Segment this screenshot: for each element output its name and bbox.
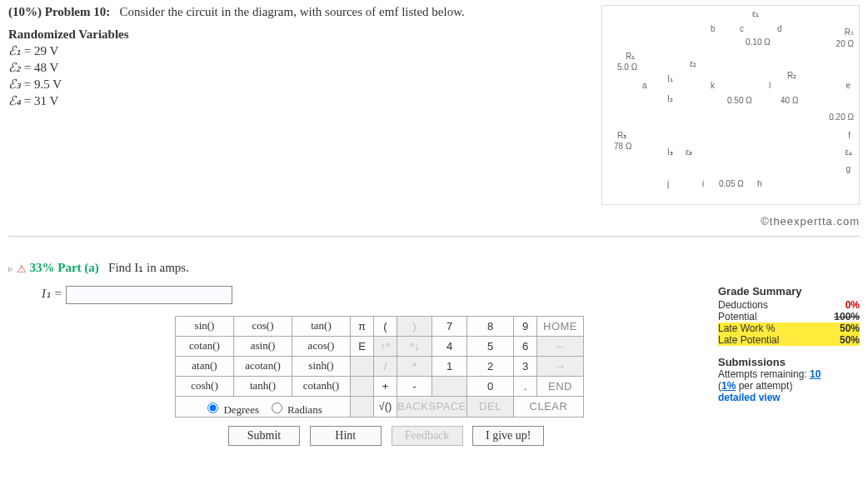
attempts-label: Attempts remaining: (718, 368, 807, 380)
key-del[interactable]: DEL (467, 396, 514, 417)
answer-label: I₁ = (42, 287, 62, 300)
sym-lparen[interactable]: ( (374, 316, 397, 336)
grade-summary-title: Grade Summary (718, 285, 860, 298)
fn-sin[interactable]: sin() (176, 316, 234, 336)
fn-cos[interactable]: cos() (234, 316, 292, 336)
answer-input[interactable] (66, 286, 232, 304)
radians-radio[interactable]: Radians (267, 403, 322, 416)
detailed-view-link[interactable]: detailed view (718, 392, 860, 403)
deductions-value: 0% (846, 299, 860, 311)
var-line: ℰ₁ = 29 V (8, 43, 585, 58)
var-value: = 48 V (24, 61, 59, 74)
lbl-r5v: 20 Ω (836, 39, 854, 48)
num-4[interactable]: 4 (432, 336, 467, 356)
key-sqrt[interactable]: √() (374, 396, 397, 417)
deductions-row: Deductions 0% (718, 299, 860, 311)
lbl-e: e (846, 81, 851, 90)
key-backspace[interactable]: BACKSPACE (397, 396, 467, 417)
sym-pi[interactable]: π (351, 316, 374, 336)
fn-cosh[interactable]: cosh() (176, 376, 234, 396)
sym-div[interactable]: / (374, 356, 397, 376)
var-symbol: ℰ₄ (8, 94, 21, 108)
lbl-e3: ε₃ (686, 148, 692, 157)
per-attempt-row: (1% per attempt) (718, 380, 860, 392)
lbl-a: a (642, 81, 647, 90)
sym-mul[interactable]: * (397, 356, 432, 376)
num-9[interactable]: 9 (514, 316, 537, 336)
var-line: ℰ₂ = 48 V (8, 60, 585, 75)
lbl-d: d (777, 24, 782, 33)
giveup-button[interactable]: I give up! (472, 426, 544, 446)
potential-row: Potential 100% (718, 311, 860, 322)
deductions-label: Deductions (718, 299, 768, 311)
sym-blank1 (351, 356, 374, 376)
lbl-c: c (740, 24, 744, 33)
fn-tanh[interactable]: tanh() (234, 376, 292, 396)
fn-cotanh[interactable]: cotanh() (292, 376, 351, 396)
var-line: ℰ₄ = 31 V (8, 93, 585, 108)
lbl-I3: I₃ (667, 148, 673, 157)
lbl-k: k (711, 81, 715, 90)
latepot-value: 50% (840, 334, 860, 346)
sym-plus[interactable]: + (374, 376, 397, 396)
part-section: ▹ ⚠ 33% Part (a) Find I₁ in amps. I₁ = G… (8, 260, 860, 446)
lbl-ri4v: 0.20 Ω (829, 112, 854, 122)
problem-prompt: Consider the circuit in the diagram, wit… (119, 5, 464, 18)
potential-label: Potential (718, 311, 757, 322)
num-8[interactable]: 8 (467, 316, 514, 336)
num-dot[interactable]: . (514, 376, 537, 396)
num-3[interactable]: 3 (514, 356, 537, 376)
key-right[interactable]: → (537, 356, 584, 376)
part-header: ▹ ⚠ 33% Part (a) Find I₁ in amps. (8, 260, 860, 276)
key-left[interactable]: ← (537, 336, 584, 356)
sym-minus[interactable]: - (397, 376, 432, 396)
submit-button[interactable]: Submit (228, 426, 300, 446)
lbl-r1v: 5.0 Ω (617, 62, 637, 72)
fn-cotan[interactable]: cotan() (176, 336, 234, 356)
problem-weight: (10%) (8, 5, 42, 18)
fn-sinh[interactable]: sinh() (292, 356, 351, 376)
fn-tan[interactable]: tan() (292, 316, 351, 336)
submissions-title: Submissions (718, 356, 860, 368)
lbl-g: g (846, 164, 851, 173)
var-value: = 31 V (24, 94, 59, 108)
num-7[interactable]: 7 (432, 316, 467, 336)
sym-supup[interactable]: ↑^ (374, 336, 397, 356)
sym-supdn[interactable]: ^↓ (397, 336, 432, 356)
var-value: = 29 V (24, 44, 59, 58)
degrees-radio[interactable]: Degrees (203, 403, 259, 416)
var-symbol: ℰ₃ (8, 78, 21, 91)
key-home[interactable]: HOME (537, 316, 584, 336)
fn-atan[interactable]: atan() (176, 356, 234, 376)
expand-icon[interactable]: ▹ (8, 263, 13, 274)
lbl-h: h (757, 179, 762, 188)
problem-title-line: (10%) Problem 10: Consider the circuit i… (8, 5, 585, 19)
problem-header-area: (10%) Problem 10: Consider the circuit i… (8, 5, 860, 237)
warning-icon: ⚠ (17, 262, 27, 276)
key-clear[interactable]: CLEAR (514, 396, 584, 417)
lbl-i: i (702, 179, 704, 188)
fn-acotan[interactable]: acotan() (234, 356, 292, 376)
num-5[interactable]: 5 (467, 336, 514, 356)
circuit-diagram: ε₁ b c d 0.10 Ω R₅ 20 Ω R₁ 5.0 Ω ε₂ a I₁… (601, 5, 860, 205)
lbl-l: l (769, 81, 771, 90)
lbl-I1: I₁ (667, 74, 673, 83)
fn-acos[interactable]: acos() (292, 336, 351, 356)
problem-text: (10%) Problem 10: Consider the circuit i… (8, 5, 585, 228)
fn-asin[interactable]: asin() (234, 336, 292, 356)
num-0[interactable]: 0 (467, 376, 514, 396)
num-blank (432, 376, 467, 396)
lbl-I2: I₂ (667, 94, 673, 103)
sym-E[interactable]: E (351, 336, 374, 356)
attempts-value[interactable]: 10 (810, 368, 821, 380)
radians-radio-input[interactable] (272, 402, 282, 413)
sym-rparen[interactable]: ) (397, 316, 432, 336)
degrees-radio-input[interactable] (207, 402, 218, 413)
num-2[interactable]: 2 (467, 356, 514, 376)
num-6[interactable]: 6 (514, 336, 537, 356)
var-symbol: ℰ₂ (8, 61, 21, 74)
key-end[interactable]: END (537, 376, 584, 396)
hint-button[interactable]: Hint (310, 426, 382, 446)
latework-label: Late Work % (718, 322, 775, 334)
num-1[interactable]: 1 (432, 356, 467, 376)
